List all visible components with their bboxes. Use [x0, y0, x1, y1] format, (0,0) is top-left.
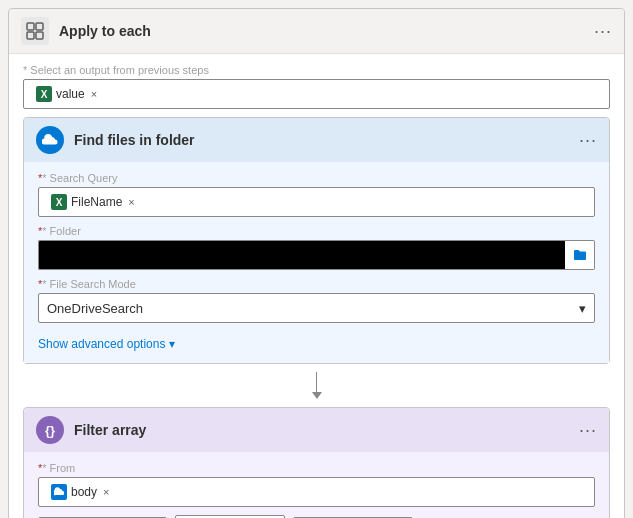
find-files-body: ** Search Query X FileName × ** Folder [24, 162, 609, 363]
filter-array-body: ** From body × [24, 452, 609, 518]
filename-search-label: FileName [71, 195, 122, 209]
value-tag: X value × [32, 85, 101, 103]
svg-rect-2 [27, 32, 34, 39]
outer-card-header: Apply to each ··· [9, 9, 624, 54]
filter-array-icon: {} [36, 416, 64, 444]
excel-icon: X [36, 86, 52, 102]
folder-input[interactable] [38, 240, 565, 270]
apply-to-each-card: Apply to each ··· * Select an output fro… [8, 8, 625, 518]
loop-icon [26, 22, 44, 40]
chevron-down-icon: ▾ [579, 301, 586, 316]
arrow-head [312, 392, 322, 399]
outer-header-left: Apply to each [21, 17, 151, 45]
from-field: ** From body × [38, 462, 595, 507]
filter-array-dots-menu[interactable]: ··· [579, 420, 597, 441]
svg-rect-3 [36, 32, 43, 39]
find-files-dots-menu[interactable]: ··· [579, 130, 597, 151]
file-search-mode-label: ** File Search Mode [38, 278, 595, 290]
filename-search-tag: X FileName × [47, 193, 139, 211]
arrow-connector [23, 364, 610, 407]
cloud-icon [42, 134, 58, 146]
down-arrow [312, 372, 322, 399]
search-query-input[interactable]: X FileName × [38, 187, 595, 217]
file-search-mode-value: OneDriveSearch [47, 301, 143, 316]
arrow-line [316, 372, 318, 392]
apply-each-icon-box [21, 17, 49, 45]
search-query-label: ** Search Query [38, 172, 595, 184]
excel-search-icon: X [51, 194, 67, 210]
curly-braces-icon: {} [45, 423, 55, 438]
find-files-card: Find files in folder ··· ** Search Query… [23, 117, 610, 364]
filter-array-header-left: {} Filter array [36, 416, 146, 444]
outer-card-title: Apply to each [59, 23, 151, 39]
show-advanced-chevron: ▾ [169, 337, 175, 351]
from-label: ** From [38, 462, 595, 474]
svg-rect-0 [27, 23, 34, 30]
show-advanced-label: Show advanced options [38, 337, 165, 351]
folder-icon [573, 249, 587, 261]
body-tag-label: body [71, 485, 97, 499]
find-files-icon [36, 126, 64, 154]
value-tag-remove[interactable]: × [91, 88, 97, 100]
svg-rect-1 [36, 23, 43, 30]
find-files-header: Find files in folder ··· [24, 118, 609, 162]
value-tag-label: value [56, 87, 85, 101]
body-tag: body × [47, 483, 113, 501]
filter-array-title: Filter array [74, 422, 146, 438]
folder-input-wrap [38, 240, 595, 270]
cloud-small-icon [54, 487, 64, 497]
folder-field: ** Folder [38, 225, 595, 270]
filename-search-remove[interactable]: × [128, 196, 134, 208]
outer-card-body: * Select an output from previous steps X… [9, 54, 624, 518]
folder-label: ** Folder [38, 225, 595, 237]
onedrive-icon [51, 484, 67, 500]
show-advanced-options[interactable]: Show advanced options ▾ [38, 337, 175, 351]
body-tag-remove[interactable]: × [103, 486, 109, 498]
select-output-input[interactable]: X value × [23, 79, 610, 109]
filter-array-header: {} Filter array ··· [24, 408, 609, 452]
outer-dots-menu[interactable]: ··· [594, 21, 612, 42]
folder-browse-button[interactable] [565, 240, 595, 270]
select-output-label: * Select an output from previous steps [23, 64, 610, 76]
find-files-header-left: Find files in folder [36, 126, 195, 154]
select-output-field: * Select an output from previous steps X… [23, 64, 610, 109]
filter-array-card: {} Filter array ··· ** From [23, 407, 610, 518]
file-search-mode-select[interactable]: OneDriveSearch ▾ [38, 293, 595, 323]
find-files-title: Find files in folder [74, 132, 195, 148]
search-query-field: ** Search Query X FileName × [38, 172, 595, 217]
file-search-mode-field: ** File Search Mode OneDriveSearch ▾ [38, 278, 595, 323]
from-input[interactable]: body × [38, 477, 595, 507]
